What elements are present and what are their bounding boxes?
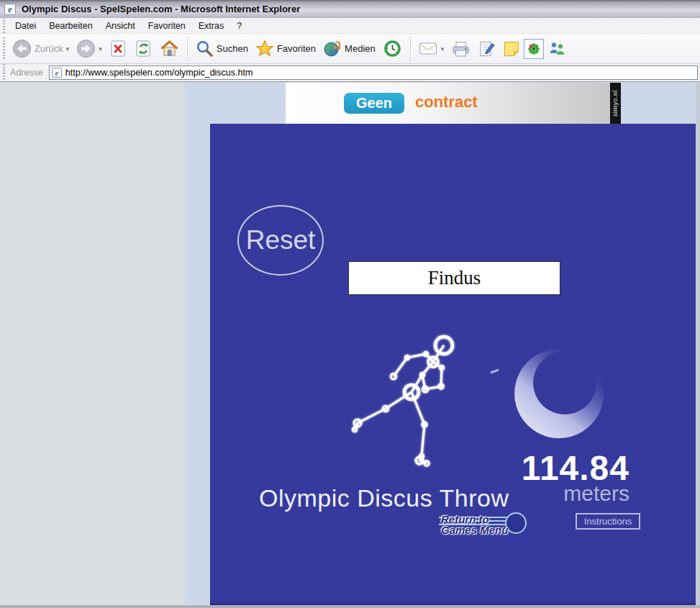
menu-help[interactable]: ? [230,19,248,33]
return-line2: Games Menu [441,525,508,535]
media-label: Medien [345,43,376,54]
toolbar-separator [187,37,188,60]
ad-brand-label[interactable]: simyo.nl [610,83,621,124]
games-menu-logo-icon [505,512,527,534]
menu-datei[interactable]: Datei [9,19,42,33]
address-url: http://www.spelspelen.com/olympic_discus… [65,68,253,78]
history-button[interactable] [379,37,406,60]
page-icon: e [52,68,62,78]
print-icon [451,40,471,58]
menubar-grip[interactable] [3,17,5,35]
page-bottom-cutoff [0,605,700,608]
mail-icon [419,40,438,57]
address-bar: Adresse e http://www.spelspelen.com/olym… [0,64,700,82]
return-games-menu-link[interactable]: Return to Games Menu [441,514,508,535]
mail-button[interactable]: ▾ [415,39,448,58]
forward-icon [76,39,96,58]
home-icon [160,40,179,58]
menu-favoriten[interactable]: Favoriten [142,19,192,33]
media-button[interactable]: Medien [319,38,379,59]
sticky-note-icon [503,40,520,58]
icq-button[interactable] [524,39,544,59]
back-button[interactable]: Zurück ▾ [9,37,73,60]
favorites-label: Favoriten [277,43,316,54]
search-label: Suchen [217,43,248,54]
refresh-button[interactable] [131,38,156,60]
stop-button[interactable] [106,38,131,60]
title-bar[interactable]: e Olympic Discus - SpelSpelen.com - Micr… [0,0,700,19]
window-title: Olympic Discus - SpelSpelen.com - Micros… [22,4,300,14]
forward-caret-icon: ▾ [99,45,102,53]
edit-button[interactable] [474,39,499,59]
history-icon [383,39,402,58]
search-button[interactable]: Suchen [192,38,252,59]
star-icon [255,40,274,58]
search-icon [196,40,214,58]
print-button[interactable] [447,39,474,59]
reset-button[interactable]: Reset [237,205,324,276]
media-icon [323,40,342,58]
icq-flower-icon [525,40,542,58]
stop-icon [109,40,127,58]
address-label: Adresse [10,68,43,78]
notes-button[interactable] [499,39,524,59]
menu-bar: Datei Bearbeiten Ansicht Favoriten Extra… [0,19,700,34]
mail-caret-icon: ▾ [441,45,445,53]
messenger-icon [547,40,567,58]
ad-geen-button[interactable]: Geen [344,93,404,114]
ad-contract-text: contract [415,93,478,112]
toolbar-grip[interactable] [3,37,5,60]
distance-unit: meters [563,481,629,506]
ie-logo-icon: e [4,4,16,15]
discus-swoosh [514,349,604,438]
menu-extras[interactable]: Extras [192,19,230,33]
back-caret-icon: ▾ [66,45,70,53]
stick-figure [353,337,453,466]
game-area[interactable]: Reset Findus Olympic Discus Throw 114.84… [210,124,696,603]
home-button[interactable] [156,38,183,59]
refresh-icon [135,40,153,58]
toolbar: Zurück ▾ ▾ [0,34,700,64]
back-icon [12,39,32,58]
messenger-button[interactable] [544,38,571,59]
return-line1: Return to [441,514,508,525]
page-content: Geen contract simyo.nl [0,83,700,608]
address-input[interactable]: e http://www.spelspelen.com/olympic_disc… [49,65,698,80]
flying-discus [491,370,499,373]
window-right-edge [696,83,700,608]
forward-button[interactable]: ▾ [73,37,106,60]
menu-bearbeiten[interactable]: Bearbeiten [42,19,99,33]
instructions-button[interactable]: Instructions [576,513,640,530]
addressbar-grip[interactable] [3,64,5,81]
menu-ansicht[interactable]: Ansicht [99,19,142,33]
browser-window: e Olympic Discus - SpelSpelen.com - Micr… [0,0,700,608]
back-label: Zurück [35,43,63,54]
favorites-button[interactable]: Favoriten [252,38,319,59]
toolbar-separator [410,37,411,60]
ad-banner[interactable]: Geen contract [286,83,610,124]
player-name-input[interactable]: Findus [348,261,560,295]
game-title: Olympic Discus Throw [259,484,509,512]
edit-icon [478,40,496,58]
